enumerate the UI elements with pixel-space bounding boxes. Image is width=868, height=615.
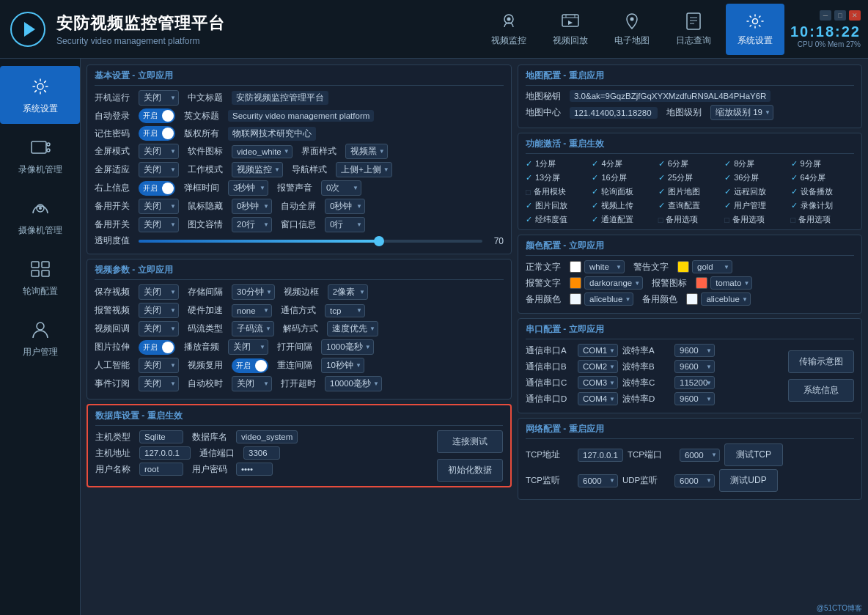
val-spare1[interactable]: 关闭	[139, 199, 179, 214]
nav-label-1: 视频回放	[553, 34, 588, 47]
transmit-diagram-btn[interactable]: 传输示意图	[788, 350, 854, 373]
toggle-autologin[interactable]: 开启	[139, 108, 175, 123]
val-hostaddr[interactable]: 127.0.0.1	[139, 446, 191, 460]
nav-playback[interactable]: 视频回放	[541, 4, 600, 55]
val-eventsub[interactable]: 关闭	[139, 376, 179, 391]
val-icon[interactable]: video_white	[232, 145, 293, 158]
system-info-btn[interactable]: 系统信息	[788, 379, 854, 402]
val-commtype[interactable]: tcp	[325, 304, 365, 317]
nav-video-monitor[interactable]: 视频监控	[479, 4, 538, 55]
val-openint[interactable]: 1000毫秒	[321, 339, 374, 355]
init-data-btn[interactable]: 初始化数据	[437, 459, 503, 482]
val-autofull[interactable]: 0秒钟	[325, 199, 365, 214]
val-alarmicon[interactable]: tomato	[710, 276, 752, 290]
win-maximize[interactable]: □	[834, 10, 846, 21]
win-minimize[interactable]: ─	[820, 10, 831, 21]
sidebar-item-recorder[interactable]: 录像机管理	[0, 127, 80, 185]
slider-thumb[interactable]	[374, 236, 384, 246]
val-baudratea[interactable]: 9600	[674, 344, 715, 357]
val-dbpass[interactable]: ••••	[236, 463, 273, 476]
two-col: 基本设置 - 立即应用 开机运行 关闭 中文标题 安防视频监控管理平台 自动登录…	[87, 65, 862, 609]
val-baudratec[interactable]: 115200	[674, 376, 715, 389]
toggle-remember[interactable]: 开启	[139, 126, 175, 141]
val-comc[interactable]: COM3	[578, 376, 618, 389]
val-reconnint[interactable]: 10秒钟	[321, 358, 364, 373]
val-savevid[interactable]: 关闭	[139, 284, 179, 300]
val-tcpport[interactable]: 6000	[680, 449, 720, 462]
val-vidcb[interactable]: 关闭	[139, 321, 179, 336]
val-sparecolor1[interactable]: aliceblue	[584, 292, 633, 306]
nav-map[interactable]: 电子地图	[603, 4, 661, 55]
toggle-imgstretch[interactable]: 开启	[139, 340, 175, 355]
val-warntext[interactable]: gold	[692, 260, 732, 273]
label-alarmtext: 报警文字	[526, 278, 567, 289]
val-coma[interactable]: COM1	[578, 344, 618, 357]
label-transparency: 透明度值	[95, 235, 136, 246]
win-close[interactable]: ✕	[849, 10, 861, 21]
val-sparecolor2[interactable]: aliceblue	[701, 292, 750, 306]
val-comb[interactable]: COM2	[578, 360, 618, 373]
val-workmode[interactable]: 视频监控	[232, 162, 283, 177]
val-normaltext[interactable]: white	[584, 260, 625, 273]
val-poptime[interactable]: 3秒钟	[228, 180, 268, 196]
val-opentimeout[interactable]: 10000毫秒	[325, 376, 382, 391]
basic-row-6: 右上信息 开启 弹框时间 3秒钟 报警声音 0次	[95, 180, 504, 196]
val-playaudio[interactable]: 关闭	[228, 339, 268, 355]
sidebar-item-user[interactable]: 用户管理	[0, 309, 80, 367]
swatch-tomato	[696, 277, 707, 289]
val-mousehide[interactable]: 0秒钟	[232, 199, 272, 214]
val-alarmsound[interactable]: 0次	[321, 180, 361, 196]
video-params-panel: 视频参数 - 立即应用 保存视频 关闭 存储间隔 30分钟 视频边框 2像素 报…	[87, 259, 512, 399]
nav-label-0: 视频监控	[491, 34, 526, 47]
val-copyright: 物联网技术研究中心	[228, 127, 316, 141]
sidebar-item-settings[interactable]: 系统设置	[0, 66, 80, 124]
net-row-2: TCP监听 6000 UDP监听 6000 测试UDP	[526, 469, 854, 492]
toggle-vidmux[interactable]: 开启	[232, 358, 268, 373]
val-imgtext[interactable]: 20行	[232, 217, 272, 232]
val-baudrateb[interactable]: 9600	[674, 360, 715, 373]
label-cn-title: 中文标题	[188, 92, 229, 103]
val-commport[interactable]: 3306	[243, 446, 280, 460]
val-decode[interactable]: 速度优先	[327, 321, 378, 336]
test-tcp-btn[interactable]: 测试TCP	[724, 443, 783, 466]
val-vidborder[interactable]: 2像素	[328, 284, 368, 300]
toggle-imgstretch-knob	[162, 342, 174, 353]
val-baudrated[interactable]: 9600	[674, 392, 715, 405]
val-alarmtext[interactable]: darkorange	[584, 276, 643, 290]
test-udp-btn[interactable]: 测试UDP	[719, 469, 778, 492]
sidebar-item-camera[interactable]: 摄像机管理	[0, 188, 80, 246]
sidebar: 系统设置 录像机管理 摄像机管理 轮询配置 用户管理	[0, 59, 81, 615]
svg-point-15	[37, 84, 43, 89]
val-hwaccel[interactable]: none	[232, 304, 272, 317]
val-maplevel[interactable]: 缩放级别 19	[710, 105, 773, 120]
val-navstyle[interactable]: 上侧+上侧	[336, 162, 392, 177]
connect-test-btn[interactable]: 连接测试	[437, 430, 503, 453]
val-dbname[interactable]: video_system	[236, 430, 298, 443]
val-storint[interactable]: 30分钟	[232, 284, 275, 300]
val-alarmvid[interactable]: 关闭	[139, 303, 179, 318]
val-wininfo[interactable]: 0行	[325, 217, 365, 232]
color-row-3: 备用颜色 aliceblue 备用颜色 aliceblue	[526, 292, 854, 306]
feat-chconf: ✓通道配置	[592, 214, 655, 225]
feat-remoteplay: ✓远程回放	[724, 186, 787, 197]
nav-settings[interactable]: 系统设置	[726, 4, 784, 55]
val-autosync[interactable]: 关闭	[232, 376, 272, 391]
val-fullscreen[interactable]: 关闭	[139, 144, 179, 159]
val-boot[interactable]: 关闭	[139, 90, 179, 106]
val-udplisten[interactable]: 6000	[674, 474, 715, 487]
sidebar-item-poll[interactable]: 轮询配置	[0, 248, 80, 306]
val-hosttype[interactable]: Sqlite	[139, 430, 183, 443]
transparency-slider[interactable]	[139, 240, 482, 243]
toggle-topinfo[interactable]: 开启	[139, 181, 175, 196]
val-tcplisten[interactable]: 6000	[578, 474, 618, 487]
val-ui-style[interactable]: 视频黑	[345, 144, 388, 159]
val-ai[interactable]: 关闭	[139, 358, 179, 373]
slider-track	[139, 240, 482, 243]
val-fulladapt[interactable]: 关闭	[139, 162, 179, 177]
val-comd[interactable]: COM4	[578, 392, 618, 405]
label-commport: 通信端口	[199, 448, 240, 459]
val-spare2[interactable]: 关闭	[139, 217, 179, 232]
nav-log[interactable]: 日志查询	[664, 4, 723, 55]
val-streamtype[interactable]: 子码流	[232, 321, 274, 336]
val-dbuser[interactable]: root	[139, 463, 183, 476]
